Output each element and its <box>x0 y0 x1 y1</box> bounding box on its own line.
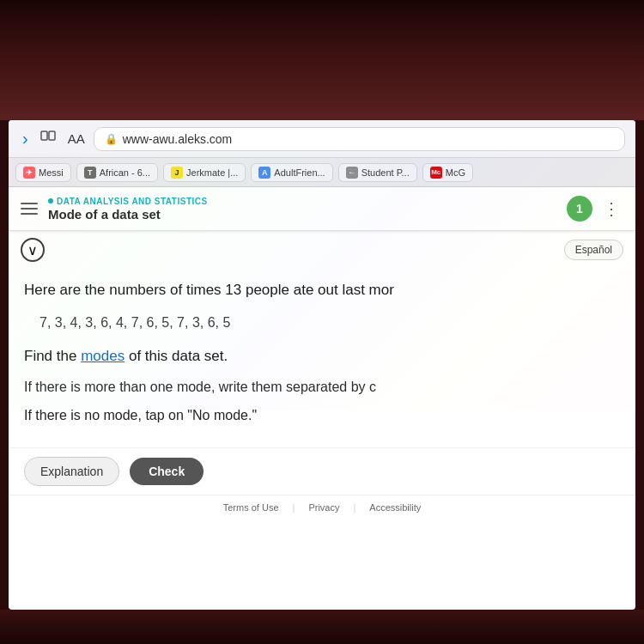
aleks-header: DATA ANALYSIS AND STATISTICS Mode of a d… <box>9 187 635 231</box>
find-modes-text: Find the modes of this data set. <box>24 345 620 368</box>
topic-dot <box>48 198 53 204</box>
safari-bookmarks-button[interactable] <box>40 131 56 148</box>
tab-african[interactable]: T African - 6... <box>76 163 158 182</box>
problem-content: Here are the numbers of times 13 people … <box>9 269 635 447</box>
browser-tabs-bar: ✈ Messi T African - 6... J Jerkmate |...… <box>9 158 635 187</box>
aleks-progress-badge: 1 <box>567 196 592 222</box>
tab-mcg-label: McG <box>446 167 465 178</box>
hamburger-line-1 <box>21 203 38 204</box>
bottom-buttons: Explanation Check <box>9 447 635 495</box>
footer-divider-1: | <box>293 502 295 513</box>
tab-adultfrien[interactable]: A AdultFrien... <box>251 163 332 182</box>
hamburger-line-2 <box>21 208 38 210</box>
hamburger-line-3 <box>21 213 38 215</box>
hamburger-menu-button[interactable] <box>21 203 38 215</box>
tab-student-label: Student P... <box>361 167 410 178</box>
arrow-tab-icon: ← <box>346 167 358 179</box>
expand-button[interactable]: ∨ <box>21 238 45 262</box>
expand-section: ∨ Español <box>9 231 635 269</box>
data-values: 7, 3, 4, 3, 6, 4, 7, 6, 5, 7, 3, 6, 5 <box>39 312 620 334</box>
topic-title: Mode of a data set <box>48 207 567 222</box>
tab-student[interactable]: ← Student P... <box>338 163 417 182</box>
screen-content: › AA 🔒 www-awu.aleks.com ✈ Messi <box>9 120 635 610</box>
tab-messi-label: Messi <box>39 167 64 178</box>
find-text-suffix: of this data set. <box>129 348 228 364</box>
espanol-button[interactable]: Español <box>564 240 623 260</box>
text-tab-icon: T <box>84 167 96 179</box>
problem-intro-text: Here are the numbers of times 13 people … <box>24 279 620 301</box>
laptop-container: › AA 🔒 www-awu.aleks.com ✈ Messi <box>0 0 644 644</box>
safari-aa-label[interactable]: AA <box>68 131 85 146</box>
mc-tab-icon: Mc <box>430 167 442 179</box>
instruction-line-1: If there is more than one mode, write th… <box>24 376 620 398</box>
airbnb-tab-icon: ✈ <box>23 167 35 179</box>
svg-rect-0 <box>41 131 47 140</box>
terms-of-use-link[interactable]: Terms of Use <box>223 502 279 513</box>
modes-link[interactable]: modes <box>81 348 125 364</box>
explanation-button[interactable]: Explanation <box>24 457 119 486</box>
tab-mcg[interactable]: Mc McG <box>422 163 473 182</box>
instruction-line-2: If there is no mode, tap on "No mode." <box>24 404 620 427</box>
topic-category: DATA ANALYSIS AND STATISTICS <box>48 197 567 206</box>
ambient-top <box>0 0 644 120</box>
privacy-link[interactable]: Privacy <box>308 502 339 513</box>
dots-menu-button[interactable]: ⋮ <box>599 198 623 219</box>
chevron-down-icon: ∨ <box>27 242 38 258</box>
footer-divider-2: | <box>353 502 355 513</box>
find-text-prefix: Find the <box>24 348 76 364</box>
url-text: www-awu.aleks.com <box>123 132 233 146</box>
aleks-body: ∨ Español Here are the numbers of times … <box>9 231 635 610</box>
safari-back-button[interactable]: › <box>19 129 32 149</box>
accessibility-link[interactable]: Accessibility <box>369 502 421 513</box>
js-tab-icon: J <box>171 167 183 179</box>
tab-messi[interactable]: ✈ Messi <box>15 163 71 182</box>
lock-icon: 🔒 <box>105 133 118 145</box>
tab-african-label: African - 6... <box>100 167 150 178</box>
ambient-bottom <box>0 610 644 644</box>
aleks-topic: DATA ANALYSIS AND STATISTICS Mode of a d… <box>48 197 567 222</box>
safari-address-bar: › AA 🔒 www-awu.aleks.com <box>9 120 635 158</box>
check-button[interactable]: Check <box>130 458 204 485</box>
a-tab-icon: A <box>258 167 270 179</box>
tab-jerkmate-label: Jerkmate |... <box>186 167 238 178</box>
tab-adultfrien-label: AdultFrien... <box>274 167 325 178</box>
tab-jerkmate[interactable]: J Jerkmate |... <box>163 163 246 182</box>
svg-rect-1 <box>49 131 55 140</box>
footer-links: Terms of Use | Privacy | Accessibility <box>9 495 635 519</box>
safari-url-bar[interactable]: 🔒 www-awu.aleks.com <box>94 127 625 151</box>
